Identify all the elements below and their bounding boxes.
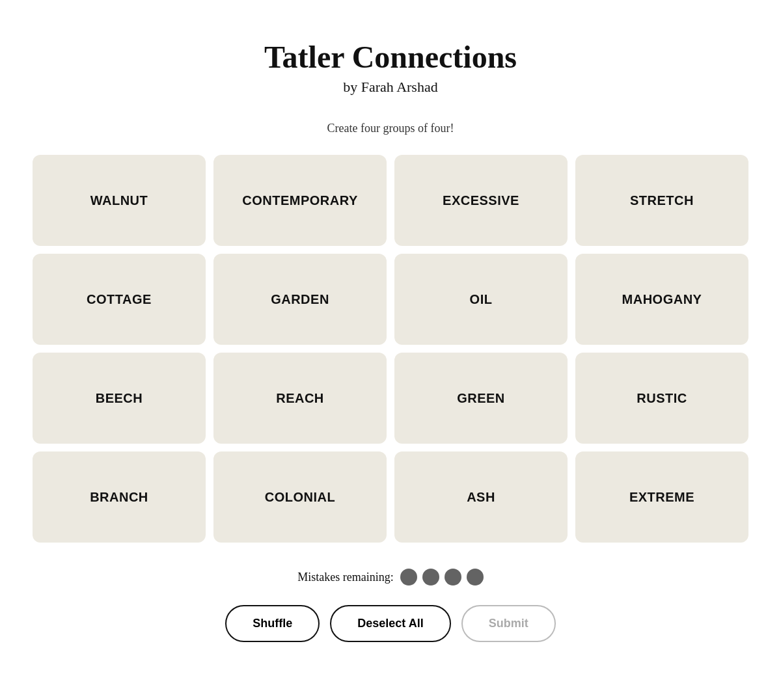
tile-label-ash: ASH (467, 490, 495, 505)
mistake-dot-4 (467, 569, 484, 586)
buttons-row: Shuffle Deselect All Submit (225, 605, 555, 642)
page-title: Tatler Connections (264, 39, 517, 75)
tile-label-green: GREEN (457, 391, 505, 406)
mistakes-row: Mistakes remaining: (297, 569, 483, 586)
tile-extreme[interactable]: EXTREME (575, 451, 748, 543)
tile-ash[interactable]: ASH (394, 451, 568, 543)
tile-label-reach: REACH (276, 391, 324, 406)
tile-label-garden: GARDEN (271, 292, 329, 307)
tile-label-rustic: RUSTIC (637, 391, 687, 406)
tile-rustic[interactable]: RUSTIC (575, 353, 748, 444)
mistakes-dots (400, 569, 484, 586)
tile-excessive[interactable]: EXCESSIVE (394, 155, 568, 246)
tile-label-beech: BEECH (96, 391, 143, 406)
tile-reach[interactable]: REACH (213, 353, 387, 444)
deselect-all-button[interactable]: Deselect All (330, 605, 450, 642)
tile-cottage[interactable]: COTTAGE (33, 254, 206, 345)
page-subtitle: by Farah Arshad (343, 79, 437, 96)
mistake-dot-2 (422, 569, 439, 586)
tile-label-extreme: EXTREME (629, 490, 694, 505)
tile-mahogany[interactable]: MAHOGANY (575, 254, 748, 345)
tile-label-oil: OIL (470, 292, 493, 307)
shuffle-button[interactable]: Shuffle (225, 605, 320, 642)
tile-label-contemporary: CONTEMPORARY (242, 193, 357, 208)
tile-label-colonial: COLONIAL (265, 490, 335, 505)
tile-label-branch: BRANCH (90, 490, 148, 505)
tile-colonial[interactable]: COLONIAL (213, 451, 387, 543)
tile-stretch[interactable]: STRETCH (575, 155, 748, 246)
page-container: Tatler Connections by Farah Arshad Creat… (13, 26, 768, 642)
tile-label-stretch: STRETCH (630, 193, 694, 208)
tile-walnut[interactable]: WALNUT (33, 155, 206, 246)
tile-beech[interactable]: BEECH (33, 353, 206, 444)
tile-label-cottage: COTTAGE (87, 292, 152, 307)
instructions-text: Create four groups of four! (327, 122, 454, 135)
mistake-dot-3 (445, 569, 461, 586)
tile-label-walnut: WALNUT (90, 193, 148, 208)
tile-garden[interactable]: GARDEN (213, 254, 387, 345)
tile-contemporary[interactable]: CONTEMPORARY (213, 155, 387, 246)
tile-branch[interactable]: BRANCH (33, 451, 206, 543)
tile-oil[interactable]: OIL (394, 254, 568, 345)
mistakes-label: Mistakes remaining: (297, 571, 393, 584)
tiles-grid: WALNUTCONTEMPORARYEXCESSIVESTRETCHCOTTAG… (33, 155, 748, 543)
tile-label-mahogany: MAHOGANY (622, 292, 702, 307)
tile-label-excessive: EXCESSIVE (443, 193, 519, 208)
mistake-dot-1 (400, 569, 417, 586)
tile-green[interactable]: GREEN (394, 353, 568, 444)
submit-button[interactable]: Submit (461, 605, 556, 642)
